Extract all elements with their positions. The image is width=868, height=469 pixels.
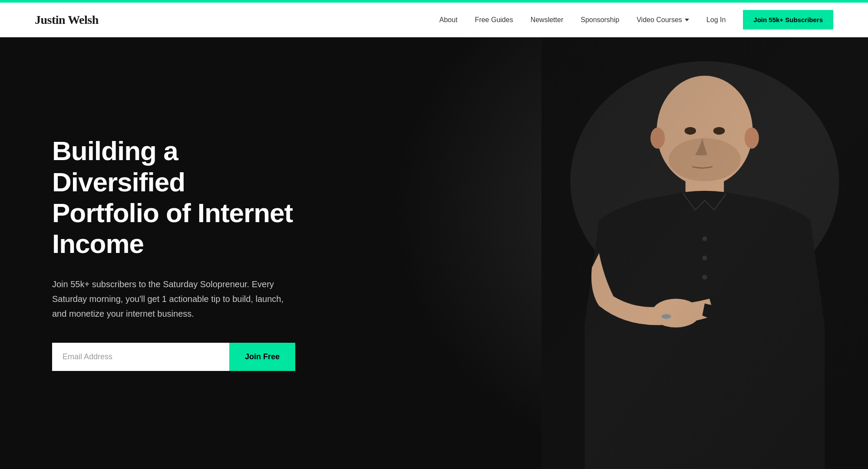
nav-video-courses-label: Video Courses bbox=[637, 16, 682, 24]
hero-subtitle: Join 55k+ subscribers to the Saturday So… bbox=[52, 277, 295, 321]
nav-sponsorship[interactable]: Sponsorship bbox=[581, 16, 619, 24]
svg-rect-14 bbox=[541, 37, 868, 469]
email-input[interactable] bbox=[52, 343, 229, 371]
hero-title: Building a Diversified Portfolio of Inte… bbox=[52, 135, 295, 259]
hero-form: Join Free bbox=[52, 343, 295, 371]
navigation: About Free Guides Newsletter Sponsorship… bbox=[439, 10, 833, 30]
nav-login[interactable]: Log In bbox=[706, 16, 726, 24]
header: Justin Welsh About Free Guides Newslette… bbox=[0, 3, 868, 37]
hero-content: Building a Diversified Portfolio of Inte… bbox=[0, 101, 347, 405]
nav-free-guides[interactable]: Free Guides bbox=[475, 16, 513, 24]
logo[interactable]: Justin Welsh bbox=[35, 13, 99, 27]
person-illustration bbox=[541, 37, 868, 469]
hero-section: Building a Diversified Portfolio of Inte… bbox=[0, 37, 868, 469]
nav-video-courses-dropdown[interactable]: Video Courses bbox=[637, 16, 689, 24]
nav-newsletter[interactable]: Newsletter bbox=[531, 16, 564, 24]
join-free-button[interactable]: Join Free bbox=[229, 343, 295, 371]
nav-about[interactable]: About bbox=[439, 16, 458, 24]
chevron-down-icon bbox=[685, 19, 689, 21]
nav-cta-button[interactable]: Join 55k+ Subscribers bbox=[743, 10, 833, 30]
hero-background bbox=[391, 37, 868, 469]
